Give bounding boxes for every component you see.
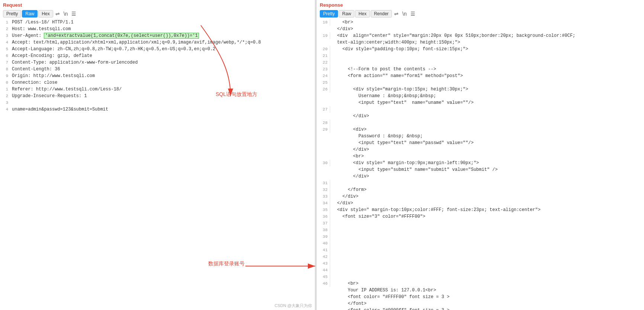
resp-line-19b: text-align:center;width:400px; height:15…: [318, 39, 644, 46]
resp-line-27b: </div>: [318, 113, 644, 119]
resp-line-18: 18 <br>: [318, 19, 644, 26]
resp-line-44: 44: [318, 267, 644, 274]
request-line-9: 9 Origin: http://www.testsqli.com: [0, 73, 315, 79]
request-line-4: 4 Accept: text/html,application/xhtml+xm…: [0, 39, 315, 46]
resp-line-43: 43: [318, 260, 644, 267]
resp-line-46b: Your IP ADDRESS is: 127.0.0.1<br>: [318, 287, 644, 294]
useragent-highlight: 'and+extractvalue(1,concat(0x7e,(select+…: [44, 33, 199, 39]
resp-line-33: 33 </div>: [318, 193, 644, 200]
resp-line-30b: <input type="submit" name="submit" value…: [318, 166, 644, 173]
response-code-area[interactable]: 18 <br> </div> 19 <div align="center" st…: [317, 19, 644, 310]
resp-line-26: 26 <div style="margin-top:15px; height:3…: [318, 86, 644, 93]
hex-button-right[interactable]: Hex: [355, 10, 370, 17]
resp-line-26b: Username : &nbsp;&nbsp;&nbsp;: [318, 93, 644, 99]
hex-button-left[interactable]: Hex: [38, 10, 53, 17]
resp-line-46: 46 <br>: [318, 280, 644, 287]
request-line-14: 4 uname=admin&passwd=123&submit=Submit: [0, 106, 315, 113]
request-title: Request: [0, 0, 315, 9]
resp-line-26c: <input type="text" name="uname" value=""…: [318, 99, 644, 106]
resp-line-31: 31: [318, 180, 644, 186]
resp-line-29: 29 <div>: [318, 126, 644, 133]
resp-line-36: 36 <font size="3" color="#FFFF00">: [318, 213, 644, 220]
resp-line-35: 35 <div style=" margin-top:10px;color:#F…: [318, 207, 644, 213]
request-line-8: 8 Content-Length: 36: [0, 66, 315, 73]
newline-icon-right[interactable]: \n: [401, 10, 408, 17]
resp-line-38: 38: [318, 227, 644, 233]
newline-icon-left[interactable]: \n: [62, 10, 70, 17]
main-container: Request Pretty Raw Hex ⇌ \n ☰ 1 POST /Le…: [0, 0, 644, 310]
pretty-button-right[interactable]: Pretty: [320, 10, 338, 17]
render-button-right[interactable]: Render: [371, 10, 392, 17]
request-line-6: 6 Accept-Encoding: gzip, deflate: [0, 52, 315, 59]
request-line-1: 1 POST /Less-18/ HTTP/1.1: [0, 19, 315, 26]
resp-line-23: 23 <!--Form to post the contents -->: [318, 66, 644, 73]
resp-line-39: 39: [318, 233, 644, 240]
response-panel: Response Pretty Raw Hex Render ⇌ \n ☰ 18…: [317, 0, 644, 310]
resp-line-40: 40: [318, 240, 644, 247]
resp-line-46e: <font color= "#0000ff" font size = 3 >: [318, 307, 644, 310]
request-line-5: 5 Accept-Language: zh-CN,zh;q=0.8,zh-TW;…: [0, 46, 315, 52]
watermark: CSDN @大象只为你: [275, 303, 312, 309]
request-line-10: 0 Connection: close: [0, 79, 315, 86]
resp-line-21: 21: [318, 52, 644, 59]
response-toolbar: Pretty Raw Hex Render ⇌ \n ☰: [317, 9, 644, 19]
resp-line-20: 20 <div style="padding-top:10px; font-si…: [318, 46, 644, 52]
request-line-13: 3: [0, 99, 315, 106]
resp-line-19: 19 <div align="center" style="margin:20p…: [318, 32, 644, 39]
menu-icon-right[interactable]: ☰: [409, 10, 417, 17]
resp-line-27: 27: [318, 106, 644, 113]
resp-line-28: 28: [318, 119, 644, 126]
request-panel: Request Pretty Raw Hex ⇌ \n ☰ 1 POST /Le…: [0, 0, 315, 310]
resp-line-25: 25: [318, 79, 644, 86]
resp-line-32: 32 </form>: [318, 186, 644, 193]
resp-line-29e: <br>: [318, 153, 644, 160]
resp-line-46d: </font>: [318, 300, 644, 307]
resp-line-29d: </div>: [318, 146, 644, 153]
request-line-2: 2 Host: www.testsqli.com: [0, 26, 315, 32]
response-title: Response: [317, 0, 644, 9]
resp-line-30c: </div>: [318, 173, 644, 180]
request-line-12: 2 Upgrade-Insecure-Requests: 1: [0, 93, 315, 99]
pretty-button[interactable]: Pretty: [3, 10, 21, 17]
resp-line-41: 41: [318, 247, 644, 253]
resp-line-18b: </div>: [318, 26, 644, 32]
menu-icon-left[interactable]: ☰: [70, 10, 78, 17]
resp-line-29b: Password : &nbsp; &nbsp;: [318, 133, 644, 140]
resp-line-29c: <input type="text" name="passwd" value="…: [318, 140, 644, 146]
db-annotation: 数据库登录账号: [208, 261, 245, 267]
resp-line-22: 22: [318, 59, 644, 66]
request-line-3: 3 User-Agent: 'and+extractvalue(1,concat…: [0, 32, 315, 39]
request-code-area[interactable]: 1 POST /Less-18/ HTTP/1.1 2 Host: www.te…: [0, 19, 315, 310]
resp-line-30: 30 <div style=" margin-top:9px;margin-le…: [318, 160, 644, 166]
request-line-7: 7 Content-Type: application/x-www-form-u…: [0, 59, 315, 66]
raw-button-right[interactable]: Raw: [339, 10, 354, 17]
wrap-icon-right[interactable]: ⇌: [393, 10, 400, 17]
resp-line-46c: <font color= "#FFFF00" font size = 3 >: [318, 294, 644, 300]
resp-line-42: 42: [318, 253, 644, 260]
resp-line-45: 45: [318, 274, 644, 280]
wrap-icon-left[interactable]: ⇌: [54, 10, 61, 17]
raw-button[interactable]: Raw: [22, 10, 38, 17]
resp-line-34: 34 </div>: [318, 200, 644, 207]
request-toolbar: Pretty Raw Hex ⇌ \n ☰: [0, 9, 315, 19]
sql-annotation: SQL语句放置地方: [216, 91, 257, 98]
resp-line-24: 24 <form action="" name="form1" method="…: [318, 73, 644, 79]
resp-line-37: 37: [318, 220, 644, 227]
request-line-11: 1 Referer: http://www.testsqli.com/Less-…: [0, 86, 315, 93]
